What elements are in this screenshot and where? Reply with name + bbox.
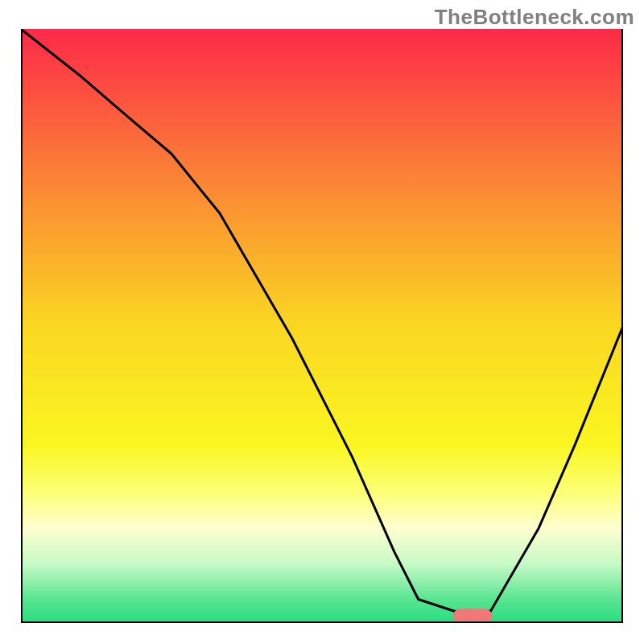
optimal-marker xyxy=(453,609,493,623)
gradient-background xyxy=(21,29,623,623)
chart-svg xyxy=(21,29,623,623)
watermark-text: TheBottleneck.com xyxy=(435,5,634,30)
plot-frame xyxy=(21,29,623,623)
chart-container: TheBottleneck.com xyxy=(0,0,644,644)
